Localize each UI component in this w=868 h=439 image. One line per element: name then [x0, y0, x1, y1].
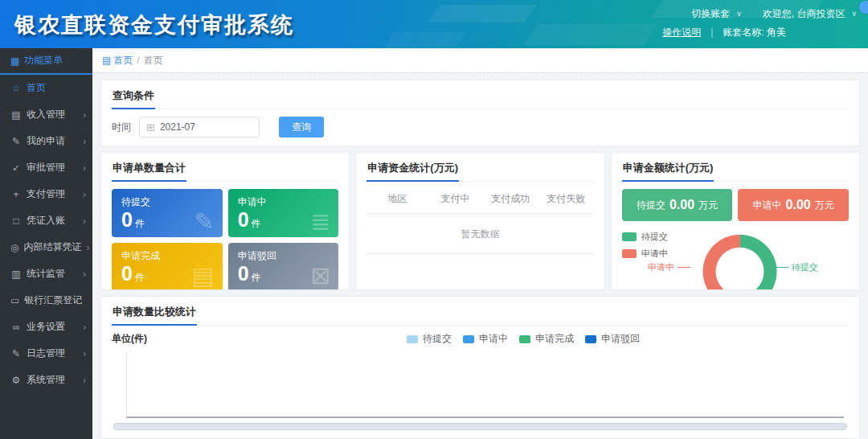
- breadcrumb-current: 首页: [144, 54, 163, 68]
- legend-item[interactable]: 待提交: [622, 231, 668, 243]
- business-link-icon: ∞: [10, 322, 22, 333]
- stats-chart-icon: ▥: [10, 269, 22, 280]
- amount-badge-unit: 万元: [815, 199, 834, 212]
- sidebar-item-label: 支付管理: [27, 187, 78, 201]
- funds-table: 地区支付中支付成功支付失败 暂无数据: [366, 185, 593, 254]
- comparison-panel-title: 申请数量比较统计: [112, 305, 197, 326]
- chevron-right-icon: ›: [83, 136, 86, 147]
- amount-badge-unit: 万元: [698, 199, 718, 212]
- sidebar-item[interactable]: ⚙ 系统管理 ›: [0, 367, 92, 393]
- sidebar-item-label: 审批管理: [27, 161, 78, 174]
- app-header: 银农直联资金支付审批系统 切换账套 ∨ 欢迎您, 台商投资区 ∨ 操作说明 | …: [0, 0, 868, 48]
- edit-doc-icon: ✎: [194, 207, 215, 236]
- divider: |: [710, 27, 713, 38]
- amount-badge-value: 0.00: [786, 198, 811, 212]
- legend-item[interactable]: 申请中: [463, 332, 508, 346]
- chart-datazoom-scrollbar[interactable]: [113, 423, 847, 430]
- sidebar: ▦ 功能菜单 ☆ 首页 ▤ 收入管理 › ✎ 我的申请 › ✓ 审批管理 › +: [0, 48, 92, 439]
- chevron-right-icon: ›: [83, 269, 86, 280]
- header-decoration: [523, 24, 658, 45]
- home-star-icon: ☆: [10, 83, 22, 94]
- legend-swatch: [407, 335, 418, 343]
- chevron-down-icon: ∨: [736, 10, 742, 18]
- comparison-chart-plot: [126, 352, 844, 418]
- sidebar-item-label: 我的申请: [27, 134, 78, 148]
- time-label: 时间: [112, 121, 131, 134]
- chevron-right-icon: ›: [83, 189, 86, 200]
- stat-card: 待提交 0件 ✎: [112, 189, 223, 237]
- sidebar-item[interactable]: ▭ 银行汇票登记: [0, 287, 92, 314]
- month-picker-input[interactable]: ⊞ 2021-07: [139, 117, 260, 137]
- welcome-user-dropdown[interactable]: 欢迎您, 台商投资区 ∨: [763, 7, 857, 21]
- menu-grid-icon: ▦: [10, 55, 19, 67]
- amount-panel-title: 申请金额统计(万元): [622, 161, 714, 182]
- funds-panel-title: 申请资金统计(万元): [366, 161, 459, 182]
- donut-label-left: 申请中: [648, 261, 690, 273]
- legend-item[interactable]: 申请中: [622, 248, 668, 260]
- amount-panel: 申请金额统计(万元) 待提交 0.00 万元 申请中 0.00 万元: [611, 152, 860, 290]
- sidebar-item-label: 统计监管: [27, 267, 78, 281]
- funds-table-column-header: 支付中: [428, 192, 483, 206]
- sidebar-item[interactable]: ✎ 日志管理 ›: [0, 340, 92, 367]
- operation-guide-link[interactable]: 操作说明: [662, 26, 701, 39]
- stat-card-value: 0: [121, 208, 133, 231]
- legend-swatch: [519, 335, 530, 343]
- switch-account-label: 切换账套: [691, 7, 730, 21]
- header-decoration: [428, 5, 536, 23]
- amount-badges: 待提交 0.00 万元 申请中 0.00 万元: [622, 189, 849, 221]
- doc-reject-icon: ⊠: [310, 261, 330, 289]
- sidebar-menu-header: ▦ 功能菜单: [0, 48, 92, 75]
- my-apply-pencil-icon: ✎: [10, 136, 22, 147]
- search-button[interactable]: 查询: [279, 117, 324, 137]
- payment-cross-icon: +: [10, 189, 22, 200]
- sidebar-item-label: 首页: [27, 81, 81, 95]
- sidebar-item[interactable]: + 支付管理 ›: [0, 181, 92, 207]
- calendar-icon: ⊞: [146, 121, 155, 133]
- amount-badge-value: 0.00: [669, 198, 694, 212]
- month-picker-value: 2021-07: [160, 121, 195, 133]
- sidebar-item[interactable]: ∞ 业务设置 ›: [0, 314, 92, 340]
- sidebar-item[interactable]: □ 凭证入账 ›: [0, 207, 92, 234]
- floating-assistant-ball[interactable]: [859, 1, 868, 14]
- list-check-icon: ≣: [310, 207, 330, 236]
- switch-account-dropdown[interactable]: 切换账套 ∨: [691, 7, 742, 21]
- legend-item[interactable]: 申请驳回: [585, 332, 640, 346]
- funds-table-header: 地区支付中支付成功支付失败: [366, 185, 593, 214]
- sidebar-item[interactable]: ▥ 统计监管 ›: [0, 261, 92, 287]
- bank-draft-icon: ▭: [10, 295, 19, 306]
- summary-cards: 待提交 0件 ✎ 申请中 0件 ≣ 申请完成 0件 ▤ 申请驳回: [112, 189, 338, 290]
- legend-swatch: [622, 249, 637, 258]
- summary-panel: 申请单数量合计 待提交 0件 ✎ 申请中 0件 ≣ 申请完成 0件: [100, 152, 350, 290]
- legend-swatch: [463, 335, 474, 343]
- sidebar-item[interactable]: ✎ 我的申请 ›: [0, 128, 92, 154]
- legend-label: 申请中: [641, 248, 668, 260]
- menu-header-label: 功能菜单: [24, 54, 63, 68]
- sidebar-item-label: 系统管理: [27, 373, 78, 387]
- query-panel: 查询条件 时间 ⊞ 2021-07 查询: [100, 80, 860, 146]
- legend-item[interactable]: 待提交: [407, 332, 452, 346]
- sidebar-item[interactable]: ✓ 审批管理 ›: [0, 154, 92, 181]
- donut-label-right: 待提交: [776, 261, 818, 273]
- chevron-right-icon: ›: [83, 348, 86, 359]
- chevron-right-icon: ›: [83, 215, 86, 227]
- sidebar-item-label: 银行汇票登记: [24, 293, 82, 307]
- query-form: 时间 ⊞ 2021-07 查询: [112, 117, 849, 137]
- legend-swatch: [585, 335, 596, 343]
- legend-label: 申请驳回: [601, 332, 640, 346]
- donut-right-text: 待提交: [792, 261, 818, 273]
- comparison-legend: 待提交 申请中 申请完成 申请驳回: [407, 332, 640, 346]
- sidebar-item[interactable]: ▤ 收入管理 ›: [0, 101, 92, 128]
- chevron-right-icon: ›: [83, 375, 86, 386]
- legend-item[interactable]: 申请完成: [519, 332, 574, 346]
- breadcrumb-home-link[interactable]: ▤ 首页: [102, 54, 133, 68]
- breadcrumb: ▤ 首页 / 首页: [92, 48, 868, 72]
- account-name-text: 账套名称: 角美: [723, 26, 786, 39]
- sidebar-item-label: 日志管理: [27, 347, 78, 360]
- sidebar-item[interactable]: ☆ 首页: [0, 75, 92, 101]
- legend-label: 申请中: [479, 332, 508, 346]
- legend-swatch: [622, 232, 637, 241]
- sidebar-item[interactable]: ◎ 内部结算凭证 ›: [0, 234, 92, 261]
- chevron-right-icon: ›: [83, 162, 86, 174]
- donut-callout-line: [776, 267, 788, 268]
- donut-left-text: 申请中: [648, 261, 674, 273]
